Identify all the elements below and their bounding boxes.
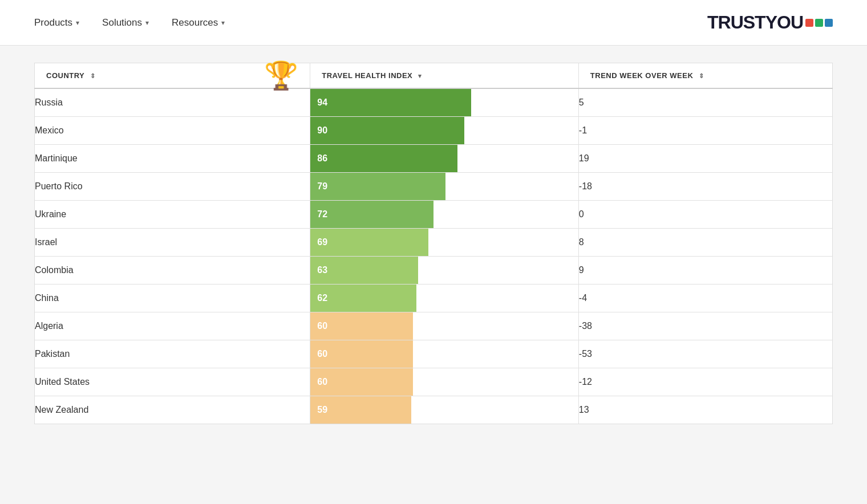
cell-thi: 86 [310,145,579,173]
cell-country: Pakistan [35,340,310,368]
bar-value-label: 60 [310,368,413,396]
bar-value-label: 69 [310,229,428,256]
nav-solutions[interactable]: Solutions ▾ [102,17,149,29]
cell-country: New Zealand [35,396,310,424]
cell-thi: 69 [310,229,579,257]
trophy-icon: 🏆 [264,62,299,90]
table-row: Colombia639 [35,257,833,284]
cell-trend: -4 [578,284,832,312]
logo-square-blue [825,19,833,27]
cell-thi: 79 [310,173,579,201]
table-row: United States60-12 [35,368,833,396]
cell-thi: 59 [310,396,579,424]
bar-value-label: 72 [310,201,434,228]
cell-country: Israel [35,229,310,257]
cell-country: Russia [35,88,310,117]
nav-resources[interactable]: Resources ▾ [172,17,225,29]
col-header-trend: TREND WEEK OVER WEEK ⇕ [578,63,832,89]
solutions-chevron-icon: ▾ [145,19,149,27]
bar-value-label: 59 [310,396,411,424]
table-row: Puerto Rico79-18 [35,173,833,201]
bar-value-label: 62 [310,284,416,312]
table-row: Ukraine720 [35,201,833,229]
cell-country: United States [35,368,310,396]
logo: TRUST YOU [707,12,833,33]
bar-value-label: 94 [310,89,471,116]
table-row: Algeria60-38 [35,312,833,340]
table-row: China62-4 [35,284,833,312]
nav-products-label: Products [34,17,72,29]
bar-value-label: 79 [310,173,445,200]
logo-square-red [805,19,813,27]
nav-resources-label: Resources [172,17,218,29]
bar-value-label: 60 [310,312,413,340]
logo-squares [805,19,833,27]
navbar: Products ▾ Solutions ▾ Resources ▾ TRUST… [0,0,867,46]
cell-country: Puerto Rico [35,173,310,201]
cell-trend: -12 [578,368,832,396]
logo-trust: TRUST [707,12,765,33]
cell-thi: 60 [310,312,579,340]
cell-trend: 13 [578,396,832,424]
logo-you: YOU [765,12,803,33]
table-row: Russia945 [35,88,833,117]
col-thi-label: TRAVEL HEALTH INDEX [322,71,412,80]
cell-thi: 90 [310,117,579,145]
cell-trend: -38 [578,312,832,340]
cell-trend: -1 [578,117,832,145]
bar-value-label: 60 [310,340,413,368]
table-row: Mexico90-1 [35,117,833,145]
logo-square-green [815,19,823,27]
cell-country: Martinique [35,145,310,173]
cell-country: Ukraine [35,201,310,229]
nav-links: Products ▾ Solutions ▾ Resources ▾ [34,17,225,29]
table-row: Pakistan60-53 [35,340,833,368]
nav-products[interactable]: Products ▾ [34,17,79,29]
cell-country: China [35,284,310,312]
cell-trend: 0 [578,201,832,229]
bar-value-label: 63 [310,257,418,284]
cell-trend: -53 [578,340,832,368]
col-header-thi: TRAVEL HEALTH INDEX ▾ [310,63,579,89]
cell-country: Algeria [35,312,310,340]
main-content: COUNTRY ⇕ 🏆 TRAVEL HEALTH INDEX ▾ TREND … [0,63,867,424]
cell-trend: 9 [578,257,832,284]
data-table: COUNTRY ⇕ 🏆 TRAVEL HEALTH INDEX ▾ TREND … [34,63,833,424]
col-trend-sort-icon[interactable]: ⇕ [699,72,704,80]
cell-trend: 8 [578,229,832,257]
table-row: Martinique8619 [35,145,833,173]
table-header: COUNTRY ⇕ 🏆 TRAVEL HEALTH INDEX ▾ TREND … [35,63,833,89]
cell-thi: 72 [310,201,579,229]
col-country-label: COUNTRY [46,71,84,80]
cell-thi: 60 [310,340,579,368]
col-trend-label: TREND WEEK OVER WEEK [590,71,693,80]
table-row: Israel698 [35,229,833,257]
resources-chevron-icon: ▾ [221,19,225,27]
nav-solutions-label: Solutions [102,17,142,29]
cell-country: Colombia [35,257,310,284]
cell-thi: 62 [310,284,579,312]
cell-thi: 63 [310,257,579,284]
cell-country: Mexico [35,117,310,145]
products-chevron-icon: ▾ [76,19,79,27]
bar-value-label: 86 [310,145,457,172]
table-body: Russia945Mexico90-1Martinique8619Puerto … [35,88,833,424]
cell-thi: 94 [310,88,579,117]
col-country-sort-icon[interactable]: ⇕ [90,72,96,80]
cell-trend: 19 [578,145,832,173]
table-row: New Zealand5913 [35,396,833,424]
bar-value-label: 90 [310,117,464,144]
col-thi-sort-icon[interactable]: ▾ [418,72,422,80]
cell-thi: 60 [310,368,579,396]
cell-trend: -18 [578,173,832,201]
cell-trend: 5 [578,88,832,117]
col-header-country: COUNTRY ⇕ 🏆 [35,63,310,89]
